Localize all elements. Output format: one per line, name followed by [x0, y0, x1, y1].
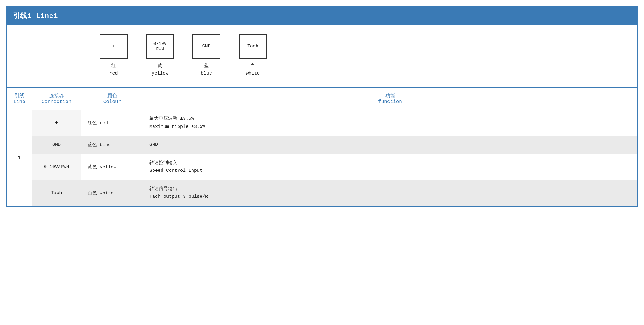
colour-red: 红色 red	[88, 120, 108, 126]
colour-yellow: 黄色 yellow	[88, 165, 116, 170]
fn-gnd-cn: GND	[149, 141, 631, 149]
table-header: 引线1 Line1	[7, 7, 637, 25]
colour-blue: 蓝色 blue	[88, 142, 111, 148]
th-line-cn: 引线	[13, 93, 25, 99]
cell-colour-yellow: 黄色 yellow	[81, 154, 143, 180]
connector-gnd: GND 蓝 blue	[192, 34, 220, 77]
connector-label-plus: 红 red	[109, 63, 118, 77]
connector-pwm: 0-10VPWM 黄 yellow	[146, 34, 174, 77]
th-line-en: Line	[13, 99, 25, 105]
table-row-plus: 1 + 红色 red 最大电压波动 ±3.5% Maximum ripple ±…	[7, 110, 637, 136]
connection-plus: +	[55, 120, 58, 125]
diagram-row: + 红 red 0-10VPWM 黄 yellow	[7, 25, 637, 87]
cell-connection-plus: +	[32, 110, 81, 136]
connection-pwm: 0-10V/PWM	[44, 164, 69, 170]
connection-gnd: GND	[52, 142, 61, 147]
th-colour-en: Colour	[88, 99, 137, 105]
fn-speed-en: Speed Control Input	[149, 167, 631, 175]
fn-tach-cn: 转速信号输出	[149, 185, 631, 193]
connector-label-gnd: 蓝 blue	[201, 63, 212, 77]
connector-cn-gnd: 蓝	[204, 63, 209, 69]
connector-box-pwm: 0-10VPWM	[146, 34, 174, 59]
th-colour-cn: 颜色	[88, 93, 137, 99]
connector-en-tach: white	[246, 71, 260, 76]
connector-en-gnd: blue	[201, 71, 212, 76]
cell-connection-gnd: GND	[32, 136, 81, 154]
cell-colour-red: 红色 red	[81, 110, 143, 136]
connector-box-tach: Tach	[239, 34, 267, 59]
th-colour: 颜色 Colour	[81, 88, 143, 110]
connector-cn-plus: 红	[111, 63, 116, 69]
connector-symbol-plus: +	[112, 43, 115, 50]
fn-tach-en: Tach output 3 pulse/R	[149, 193, 631, 201]
th-function-en: function	[149, 99, 631, 105]
th-connection-en: Connection	[38, 99, 75, 105]
cell-function-tach: 转速信号输出 Tach output 3 pulse/R	[143, 180, 637, 206]
cell-function-ripple: 最大电压波动 ±3.5% Maximum ripple ±3.5%	[143, 110, 637, 136]
connector-en-plus: red	[109, 71, 118, 76]
connector-label-pwm: 黄 yellow	[152, 63, 168, 77]
cell-connection-pwm: 0-10V/PWM	[32, 154, 81, 180]
connector-en-pwm: yellow	[152, 71, 168, 76]
fn-speed-cn: 转速控制输入	[149, 159, 631, 167]
cell-function-speed: 转速控制输入 Speed Control Input	[143, 154, 637, 180]
connector-box-plus: +	[100, 34, 128, 59]
header-title: 引线1 Line1	[13, 12, 58, 20]
table-container: 引线1 Line1 + 红 red 0-10VPWM 黄	[6, 6, 638, 207]
line-number: 1	[18, 155, 21, 161]
page-wrapper: 引线1 Line1 + 红 red 0-10VPWM 黄	[0, 0, 644, 325]
cell-function-gnd: GND	[143, 136, 637, 154]
connector-symbol-tach: Tach	[247, 43, 258, 50]
connector-symbol-gnd: GND	[202, 43, 210, 50]
colour-white: 白色 white	[88, 191, 114, 196]
cell-colour-blue: 蓝色 blue	[81, 136, 143, 154]
connector-tach: Tach 白 white	[239, 34, 267, 77]
connector-cn-pwm: 黄	[158, 63, 162, 69]
th-connection-cn: 连接器	[38, 93, 75, 99]
cell-colour-white: 白色 white	[81, 180, 143, 206]
cell-connection-tach: Tach	[32, 180, 81, 206]
data-table: 引线 Line 连接器 Connection 颜色 Colour 功能 func…	[7, 87, 637, 206]
fn-ripple-cn: 最大电压波动 ±3.5%	[149, 115, 631, 123]
connector-label-tach: 白 white	[246, 63, 260, 77]
connector-box-gnd: GND	[192, 34, 220, 59]
th-connection: 连接器 Connection	[32, 88, 81, 110]
th-line: 引线 Line	[7, 88, 32, 110]
fn-ripple-en: Maximum ripple ±3.5%	[149, 123, 631, 131]
th-function-cn: 功能	[149, 93, 631, 99]
connector-cn-tach: 白	[250, 63, 255, 69]
table-row-gnd: GND 蓝色 blue GND	[7, 136, 637, 154]
cell-line-1: 1	[7, 110, 32, 206]
th-function: 功能 function	[143, 88, 637, 110]
connector-plus: + 红 red	[100, 34, 128, 77]
table-row-pwm: 0-10V/PWM 黄色 yellow 转速控制输入 Speed Control…	[7, 154, 637, 180]
table-row-tach: Tach 白色 white 转速信号输出 Tach output 3 pulse…	[7, 180, 637, 206]
connector-symbol-pwm: 0-10VPWM	[153, 41, 166, 52]
connection-tach: Tach	[51, 190, 62, 196]
table-header-row: 引线 Line 连接器 Connection 颜色 Colour 功能 func…	[7, 88, 637, 110]
